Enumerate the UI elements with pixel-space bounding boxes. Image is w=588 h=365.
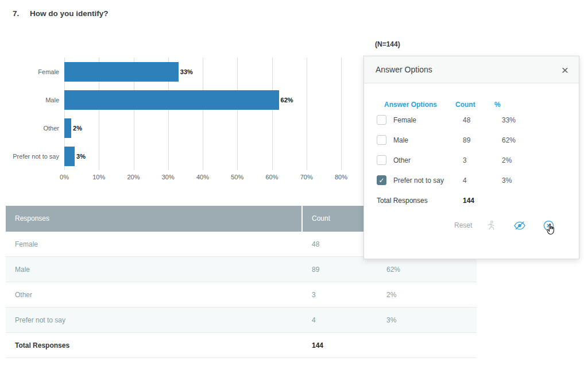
option-percent: 2% <box>502 156 536 164</box>
option-label: Male <box>393 136 463 144</box>
popup-body: Answer Options Count % Female 48 33% Mal… <box>364 101 579 235</box>
row-label: Prefer not to say <box>6 316 303 324</box>
row-label: Male <box>6 266 303 274</box>
category-label: Female <box>38 68 59 75</box>
table-row: Prefer not to say 4 3% <box>6 308 477 333</box>
option-percent: 62% <box>502 136 536 144</box>
x-tick-label: 40% <box>196 174 209 180</box>
row-label: Other <box>6 291 303 299</box>
popup-column-headers: Answer Options Count % <box>377 101 579 110</box>
row-percent: 62% <box>380 266 477 274</box>
checkbox-other[interactable] <box>377 155 386 165</box>
remove-circle-icon[interactable] <box>543 220 554 231</box>
category-label: Other <box>43 125 59 132</box>
chart-row: Other2% <box>64 114 341 142</box>
bar-chart: Female33%Male62%Other2%Prefer not to say… <box>7 57 343 190</box>
row-percent: 2% <box>380 291 477 299</box>
person-icon[interactable] <box>485 220 497 231</box>
question-text: How do you identify? <box>30 9 109 18</box>
row-count: 89 <box>303 266 380 274</box>
checkbox-female[interactable] <box>377 115 386 125</box>
close-icon[interactable]: × <box>562 64 568 76</box>
total-count: 144 <box>303 341 380 349</box>
popup-header: Answer Options × <box>364 56 579 83</box>
hide-eye-icon[interactable] <box>514 220 525 231</box>
popup-total-count: 144 <box>463 197 474 205</box>
chart-row: Female33% <box>64 57 341 86</box>
x-tick-label: 20% <box>127 174 140 180</box>
row-count: 4 <box>303 316 380 324</box>
category-label: Male <box>45 97 59 103</box>
x-tick-label: 50% <box>231 174 243 180</box>
x-tick-label: 70% <box>300 174 313 180</box>
bar <box>64 147 75 166</box>
checkbox-male[interactable] <box>377 135 386 145</box>
bar <box>64 90 279 110</box>
total-label: Total Responses <box>6 341 303 349</box>
option-percent: 33% <box>502 116 536 124</box>
option-count: 3 <box>463 156 502 164</box>
table-row: Other 3 2% <box>6 282 477 308</box>
bar-value-label: 33% <box>180 68 193 75</box>
column-answer-options[interactable]: Answer Options <box>377 101 455 110</box>
chart-rows: Female33%Male62%Other2%Prefer not to say… <box>64 57 341 170</box>
popup-total-label: Total Responses <box>377 197 463 205</box>
answer-options-popup: Answer Options × Answer Options Count % … <box>363 56 579 259</box>
reset-button[interactable]: Reset <box>454 221 472 229</box>
bar <box>64 118 71 138</box>
chart-row: Prefer not to say3% <box>64 142 341 170</box>
header-responses: Responses <box>6 206 301 232</box>
x-tick-label: 60% <box>265 174 278 180</box>
option-label: Other <box>393 156 463 164</box>
chart-row: Male62% <box>64 86 341 114</box>
category-label: Prefer not to say <box>13 153 59 160</box>
chart-plot-area: Female33%Male62%Other2%Prefer not to say… <box>64 57 341 170</box>
gridline <box>341 57 342 170</box>
x-axis: 0%10%20%30%40%50%60%70%80% <box>64 174 341 183</box>
column-percent[interactable]: % <box>494 101 529 110</box>
question-number: 7. <box>13 9 30 18</box>
checkbox-prefer-not-to-say[interactable] <box>377 175 386 185</box>
question-title: 7.How do you identify? <box>13 9 109 18</box>
x-tick-label: 0% <box>60 174 69 180</box>
row-label: Female <box>6 240 303 248</box>
option-label: Prefer not to say <box>393 176 463 185</box>
popup-title: Answer Options <box>376 65 432 74</box>
option-count: 4 <box>463 176 502 185</box>
sample-size-label: (N=144) <box>375 40 400 48</box>
row-percent: 3% <box>380 316 477 324</box>
option-percent: 3% <box>502 176 536 185</box>
bar-value-label: 62% <box>281 97 293 103</box>
bar-value-label: 2% <box>73 125 82 132</box>
option-row: Female 48 33% <box>377 110 579 130</box>
popup-total-row: Total Responses 144 <box>377 190 579 210</box>
x-tick-label: 30% <box>162 174 175 180</box>
bar-value-label: 3% <box>76 153 86 160</box>
option-count: 48 <box>463 116 502 124</box>
survey-results-page: 7.How do you identify? (N=144) Female33%… <box>0 0 588 365</box>
popup-footer: Reset <box>377 216 579 235</box>
option-count: 89 <box>463 136 502 144</box>
bar <box>64 62 179 82</box>
row-count: 3 <box>303 291 380 299</box>
option-row: Prefer not to say 4 3% <box>377 170 579 190</box>
option-row: Male 89 62% <box>377 130 579 150</box>
option-label: Female <box>393 116 463 124</box>
table-total-row: Total Responses 144 <box>6 333 477 358</box>
x-tick-label: 80% <box>335 174 347 180</box>
option-row: Other 3 2% <box>377 150 579 170</box>
column-count[interactable]: Count <box>455 101 494 110</box>
x-tick-label: 10% <box>92 174 105 180</box>
table-row: Male 89 62% <box>6 257 477 282</box>
